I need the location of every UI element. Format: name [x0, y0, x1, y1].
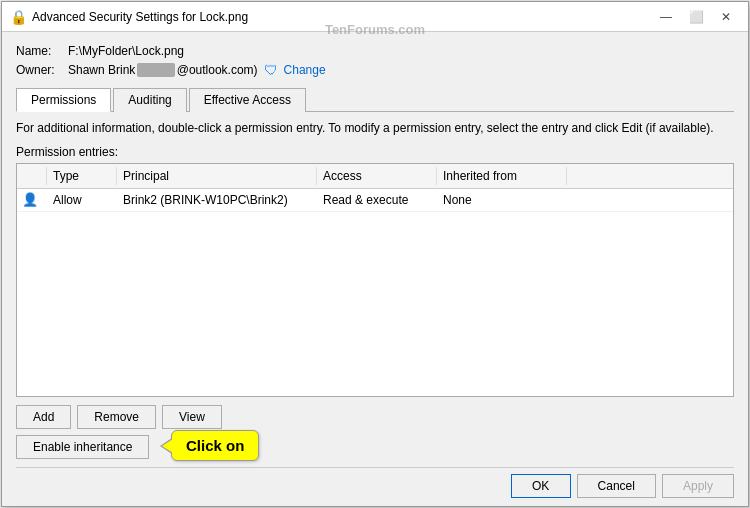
col-type: Type [47, 167, 117, 185]
tab-effective-access[interactable]: Effective Access [189, 88, 306, 112]
enable-inheritance-button[interactable]: Enable inheritance [16, 435, 149, 459]
dialog-buttons: OK Cancel Apply [16, 467, 734, 498]
view-button[interactable]: View [162, 405, 222, 429]
action-buttons-row1: Add Remove View [16, 405, 734, 429]
description-text: For additional information, double-click… [16, 120, 734, 137]
tab-auditing[interactable]: Auditing [113, 88, 186, 112]
name-row: Name: F:\MyFolder\Lock.png [16, 44, 734, 58]
owner-blurred [137, 63, 174, 77]
change-label: Change [284, 63, 326, 77]
add-button[interactable]: Add [16, 405, 71, 429]
row-type: Allow [47, 191, 117, 209]
owner-row: Owner: Shawn Brink @outlook.com) 🛡 Chang… [16, 62, 734, 78]
action-buttons-row2: Enable inheritance Click on [16, 435, 734, 459]
table-row[interactable]: 👤 Allow Brink2 (BRINK-W10PC\Brink2) Read… [17, 189, 733, 212]
name-value: F:\MyFolder\Lock.png [68, 44, 184, 58]
window-controls: — ⬜ ✕ [652, 7, 740, 27]
user-icon: 👤 [23, 193, 37, 207]
tooltip-text: Click on [186, 437, 244, 454]
close-button[interactable]: ✕ [712, 7, 740, 27]
col-principal: Principal [117, 167, 317, 185]
ok-button[interactable]: OK [511, 474, 571, 498]
owner-label: Owner: [16, 63, 68, 77]
main-window: 🔒 Advanced Security Settings for Lock.pn… [1, 1, 749, 507]
cancel-button[interactable]: Cancel [577, 474, 656, 498]
row-access: Read & execute [317, 191, 437, 209]
owner-email-suffix: @outlook.com) [177, 63, 258, 77]
table-body: 👤 Allow Brink2 (BRINK-W10PC\Brink2) Read… [17, 189, 733, 212]
entries-label: Permission entries: [16, 145, 734, 159]
col-access: Access [317, 167, 437, 185]
shield-icon: 🛡 [264, 62, 278, 78]
row-principal: Brink2 (BRINK-W10PC\Brink2) [117, 191, 317, 209]
minimize-button[interactable]: — [652, 7, 680, 27]
apply-button[interactable]: Apply [662, 474, 734, 498]
window-icon: 🔒 [10, 9, 26, 25]
tabs-container: Permissions Auditing Effective Access [16, 88, 734, 112]
tab-permissions[interactable]: Permissions [16, 88, 111, 112]
table-header: Type Principal Access Inherited from [17, 164, 733, 189]
dialog-content: Name: F:\MyFolder\Lock.png Owner: Shawn … [2, 32, 748, 506]
title-bar: 🔒 Advanced Security Settings for Lock.pn… [2, 2, 748, 32]
name-label: Name: [16, 44, 68, 58]
tooltip-bubble: Click on [171, 430, 259, 461]
row-inherited: None [437, 191, 567, 209]
owner-name: Shawn Brink [68, 63, 135, 77]
col-inherited: Inherited from [437, 167, 567, 185]
permissions-table: Type Principal Access Inherited from 👤 A… [16, 163, 734, 397]
col-icon [17, 167, 47, 185]
maximize-button[interactable]: ⬜ [682, 7, 710, 27]
window-title: Advanced Security Settings for Lock.png [32, 10, 652, 24]
remove-button[interactable]: Remove [77, 405, 156, 429]
row-icon-cell: 👤 [17, 191, 47, 209]
change-link[interactable]: Change [284, 63, 326, 77]
